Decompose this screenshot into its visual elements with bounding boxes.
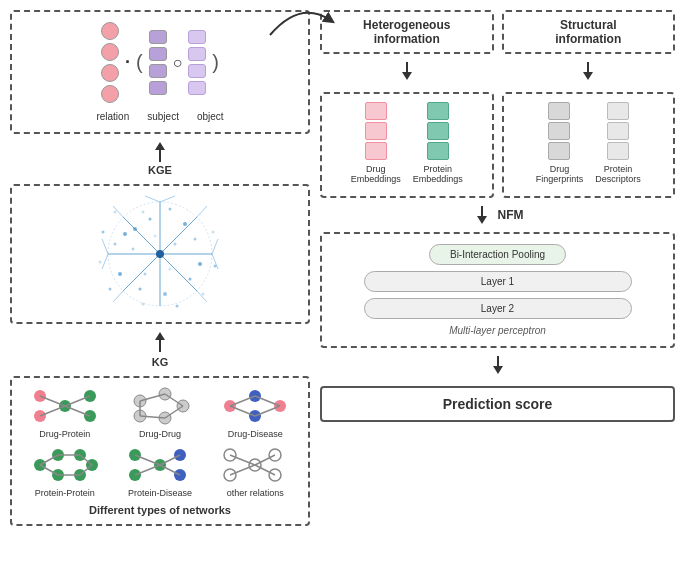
drug-disease-item: Drug-Disease <box>211 386 300 439</box>
protein-desc-block-3 <box>607 142 629 160</box>
object-rect-4 <box>188 81 206 95</box>
networks-title: Different types of networks <box>20 504 300 516</box>
svg-point-43 <box>156 250 164 258</box>
top-info-row: Heterogeneous information Structural inf… <box>320 10 675 54</box>
multiply-symbol: · <box>125 52 130 73</box>
svg-line-18 <box>197 206 207 217</box>
drug-protein-svg <box>30 386 100 426</box>
prediction-score-label: Prediction score <box>443 396 553 412</box>
svg-line-19 <box>113 291 123 302</box>
relation-circle-2 <box>101 43 119 61</box>
svg-marker-50 <box>155 332 165 340</box>
svg-line-59 <box>65 406 90 416</box>
subject-rect-3 <box>149 64 167 78</box>
svg-point-28 <box>139 288 142 291</box>
svg-point-41 <box>102 231 105 234</box>
hetero-embeddings-section: Drug Embeddings Protein Embeddings <box>320 92 494 198</box>
svg-line-15 <box>102 239 108 254</box>
drug-drug-label: Drug-Drug <box>139 429 181 439</box>
svg-line-20 <box>197 291 207 302</box>
subject-label: subject <box>147 111 179 122</box>
main-container: · ( ○ ) <box>0 0 685 574</box>
svg-line-12 <box>160 196 175 202</box>
prediction-score-box: Prediction score <box>320 386 675 422</box>
kg-label: KG <box>10 356 310 368</box>
svg-point-35 <box>214 265 217 268</box>
struct-cols: Drug Fingerprints Protein Descriptors <box>536 102 641 184</box>
left-panel: · ( ○ ) <box>10 10 310 564</box>
struct-embeddings-section: Drug Fingerprints Protein Descriptors <box>502 92 676 198</box>
drug-disease-svg <box>220 386 290 426</box>
svg-marker-109 <box>402 72 412 80</box>
other-relations-label: other relations <box>227 488 284 498</box>
kge-arrow: KGE <box>10 142 310 176</box>
embeddings-row: Drug Embeddings Protein Embeddings <box>320 92 675 198</box>
heterogeneous-label: Heterogeneous information <box>363 18 450 46</box>
kge-label: KGE <box>10 165 310 176</box>
protein-disease-label: Protein-Disease <box>128 488 192 498</box>
protein-desc-block-1 <box>607 102 629 120</box>
nfm-arrow-container: NFM <box>320 206 675 224</box>
object-rect-3 <box>188 64 206 78</box>
hetero-arrow-down <box>320 62 494 84</box>
right-paren: ) <box>212 51 219 74</box>
svg-point-21 <box>133 227 137 231</box>
svg-point-23 <box>183 222 187 226</box>
drug-emb-block-2 <box>365 122 387 140</box>
svg-point-25 <box>198 262 202 266</box>
svg-marker-113 <box>477 216 487 224</box>
svg-point-24 <box>194 238 197 241</box>
left-paren: ( <box>136 51 143 74</box>
svg-point-27 <box>163 292 167 296</box>
svg-point-32 <box>142 211 145 214</box>
relation-circle-1 <box>101 22 119 40</box>
svg-line-9 <box>123 254 160 291</box>
svg-point-22 <box>149 218 152 221</box>
drug-emb-block-3 <box>365 142 387 160</box>
svg-point-40 <box>99 261 102 264</box>
protein-desc-label: Protein Descriptors <box>595 164 641 184</box>
protein-disease-item: Protein-Disease <box>115 445 204 498</box>
protein-protein-svg <box>30 445 100 485</box>
protein-emb-label: Protein Embeddings <box>413 164 463 184</box>
object-rect-2 <box>188 47 206 61</box>
svg-point-38 <box>142 303 145 306</box>
embedding-row: · ( ○ ) <box>101 22 219 103</box>
object-column <box>188 30 206 95</box>
protein-emb-block-1 <box>427 102 449 120</box>
drug-fp-block-1 <box>548 102 570 120</box>
drug-protein-item: Drug-Protein <box>20 386 109 439</box>
relation-label: relation <box>96 111 129 122</box>
protein-emb-block-2 <box>427 122 449 140</box>
drug-fp-group: Drug Fingerprints <box>536 102 584 184</box>
structural-box: Structural information <box>502 10 676 54</box>
hetero-cols: Drug Embeddings Protein Embeddings <box>351 102 463 184</box>
subject-rect-1 <box>149 30 167 44</box>
other-relations-item: other relations <box>211 445 300 498</box>
svg-line-96 <box>135 465 160 475</box>
svg-line-57 <box>40 406 65 416</box>
svg-point-34 <box>212 231 215 234</box>
drug-drug-svg <box>125 386 195 426</box>
protein-desc-group: Protein Descriptors <box>595 102 641 184</box>
svg-marker-115 <box>493 366 503 374</box>
svg-line-68 <box>165 394 183 406</box>
top-arrows-row <box>320 62 675 84</box>
svg-marker-111 <box>583 72 593 80</box>
svg-line-56 <box>40 396 65 406</box>
drug-fp-block-2 <box>548 122 570 140</box>
svg-point-42 <box>114 211 117 214</box>
kg-graph-box <box>10 184 310 324</box>
drug-fp-label: Drug Fingerprints <box>536 164 584 184</box>
protein-disease-svg <box>125 445 195 485</box>
object-label: object <box>197 111 224 122</box>
drug-fp-block-3 <box>548 142 570 160</box>
svg-point-48 <box>144 273 147 276</box>
protein-desc-block-2 <box>607 122 629 140</box>
svg-line-95 <box>135 455 160 465</box>
svg-point-26 <box>189 278 192 281</box>
subject-column <box>149 30 167 95</box>
heterogeneous-box: Heterogeneous information <box>320 10 494 54</box>
network-graph-svg <box>95 194 225 314</box>
svg-line-13 <box>212 239 218 254</box>
